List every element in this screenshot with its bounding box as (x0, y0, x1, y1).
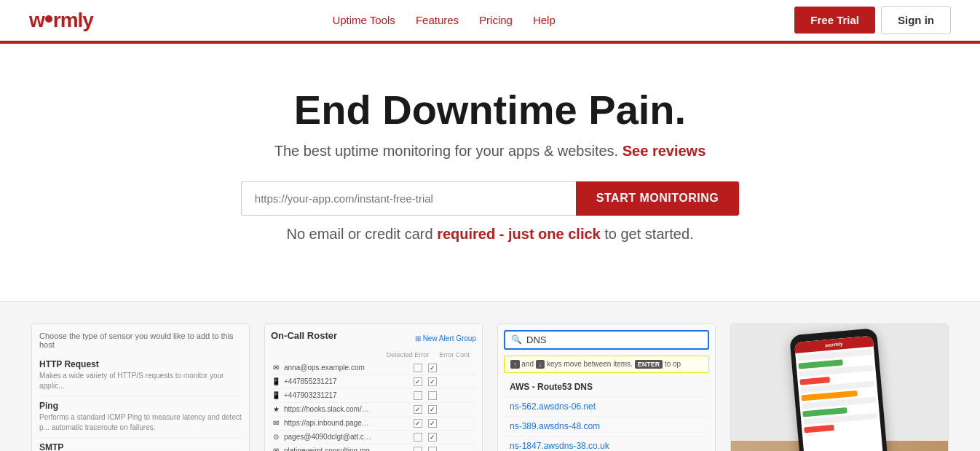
nav-right: Free Trial Sign in (794, 6, 951, 34)
hero-subheadline: The best uptime monitoring for your apps… (15, 143, 965, 160)
feature-card-uptime-image: Choose the type of sensor you would like… (32, 324, 249, 451)
alert-row-4: ✉ https://api.inbound.pagerduty... (271, 417, 476, 431)
sign-in-button[interactable]: Sign in (881, 6, 951, 34)
dns-result-0: AWS - Route53 DNS (504, 377, 709, 397)
phone-screen: wormly (794, 335, 885, 451)
feature-card-noapp-image: wormly (731, 324, 948, 451)
logo[interactable]: wrmly (29, 9, 93, 32)
nav-uptime-tools[interactable]: Uptime Tools (332, 14, 395, 26)
up-key-icon: ↑ (510, 360, 520, 369)
monitor-form: START MONITORING (15, 181, 965, 216)
noapp-card-content: wormly (731, 324, 948, 451)
enter-key-icon: ENTER (635, 360, 663, 369)
uptime-card-header: Choose the type of sensor you would like… (39, 332, 242, 349)
alerts-card-content: On-Call Roster ⊞ New Alert Group Detecte… (265, 324, 482, 451)
sensor-ping: Ping Performs a standard ICMP Ping to me… (39, 396, 242, 438)
hero-headline: End Downtime Pain. (15, 87, 965, 133)
search-icon: 🔍 (511, 334, 522, 345)
alert-row-1: 📱 +447855231217 (271, 375, 476, 389)
no-card-link[interactable]: required - just one click (437, 226, 601, 242)
alerts-col-headers: Detected Error Error Cont (271, 351, 476, 358)
alerts-title: On-Call Roster (271, 330, 337, 341)
dns-result-1[interactable]: ns-562.awsdns-06.net (504, 397, 709, 417)
navbar: wrmly Uptime Tools Features Pricing Help… (0, 0, 980, 41)
keyboard-hint: ↑ and ↓ keys move between items. ENTER t… (504, 356, 709, 373)
alert-row-5: ⊙ pages@4090dclgt@att.com (271, 431, 476, 444)
nav-links: Uptime Tools Features Pricing Help (332, 14, 555, 27)
down-key-icon: ↓ (536, 360, 545, 369)
phone-mockup: wormly (789, 328, 890, 451)
keyboard-card-content: 🔍 DNS ↑ and ↓ keys move between items. E… (498, 324, 715, 451)
new-alert-group-btn[interactable]: ⊞ New Alert Group (415, 334, 476, 342)
sensor-smtp: SMTP Connects to your SMTP server, verif… (39, 438, 242, 451)
uptime-card-content: Choose the type of sensor you would like… (32, 324, 249, 451)
start-monitoring-button[interactable]: START MONITORING (576, 181, 739, 216)
features-section: Choose the type of sensor you would like… (0, 301, 980, 451)
dns-result-2[interactable]: ns-389.awsdns-48.com (504, 417, 709, 436)
alert-row-0: ✉ anna@ops.example.com (271, 361, 476, 375)
free-trial-button[interactable]: Free Trial (794, 7, 875, 34)
feature-card-keyboard-image: 🔍 DNS ↑ and ↓ keys move between items. E… (498, 324, 715, 451)
features-grid: Choose the type of sensor you would like… (31, 323, 949, 451)
alert-row-2: 📱 +447903231217 (271, 389, 476, 403)
feature-card-keyboard: 🔍 DNS ↑ and ↓ keys move between items. E… (497, 323, 716, 451)
keyboard-search-bar: 🔍 DNS (504, 330, 709, 350)
nav-features[interactable]: Features (416, 14, 459, 26)
search-value: DNS (526, 334, 546, 345)
feature-card-alerts-image: On-Call Roster ⊞ New Alert Group Detecte… (265, 324, 482, 451)
phone-screen-rows (795, 346, 883, 451)
see-reviews-link[interactable]: See reviews (623, 143, 706, 159)
phone-row-4 (799, 377, 829, 385)
nav-pricing[interactable]: Pricing (479, 14, 513, 26)
alert-row-6: ✉ platineyejmt.consulting.mg (271, 444, 476, 451)
dns-result-3[interactable]: ns-1847.awsdns-38.co.uk (504, 436, 709, 451)
feature-card-alerts: On-Call Roster ⊞ New Alert Group Detecte… (264, 323, 483, 451)
plus-icon: ⊞ (415, 334, 421, 342)
feature-card-uptime: Choose the type of sensor you would like… (31, 323, 250, 451)
nav-help[interactable]: Help (533, 14, 556, 26)
sensor-http: HTTP Request Makes a wide variety of HTT… (39, 355, 242, 396)
feature-card-noapp: wormly (730, 323, 949, 451)
alert-row-3: ★ https://hooks.slack.com/dev/abc (271, 403, 476, 417)
hero-section: End Downtime Pain. The best uptime monit… (0, 44, 980, 301)
monitor-input[interactable] (241, 181, 576, 216)
no-card-text: No email or credit card required - just … (15, 226, 965, 243)
phone-row-10 (804, 424, 834, 433)
